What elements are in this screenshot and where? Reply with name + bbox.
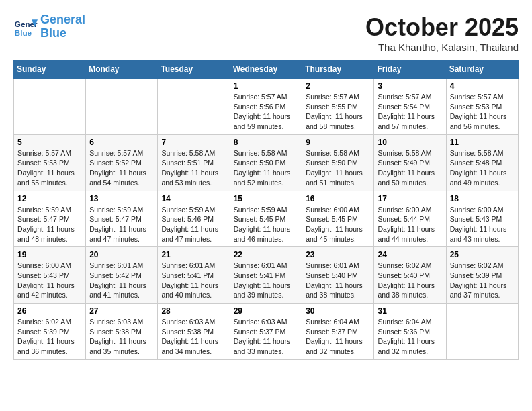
day-number: 21	[161, 250, 226, 259]
title-block: October 2025 Tha Khantho, Kalasin, Thail…	[365, 13, 519, 53]
day-number: 19	[17, 250, 82, 259]
day-number: 30	[306, 306, 370, 316]
day-info: Sunrise: 6:03 AM Sunset: 5:38 PM Dayligh…	[89, 317, 154, 357]
weekday-header-row: SundayMondayTuesdayWednesdayThursdayFrid…	[14, 60, 519, 79]
calendar-day-cell: 20Sunrise: 6:01 AM Sunset: 5:42 PM Dayli…	[86, 247, 158, 304]
calendar-day-cell: 8Sunrise: 5:58 AM Sunset: 5:50 PM Daylig…	[230, 134, 302, 191]
day-number: 27	[89, 306, 154, 316]
day-info: Sunrise: 5:57 AM Sunset: 5:52 PM Dayligh…	[89, 148, 154, 188]
day-number: 1	[234, 81, 299, 91]
calendar-day-cell	[158, 79, 230, 135]
calendar-day-cell: 7Sunrise: 5:58 AM Sunset: 5:51 PM Daylig…	[158, 134, 230, 191]
calendar-day-cell: 18Sunrise: 6:00 AM Sunset: 5:43 PM Dayli…	[446, 191, 518, 247]
calendar-day-cell: 24Sunrise: 6:02 AM Sunset: 5:40 PM Dayli…	[374, 247, 446, 304]
calendar-body: 1Sunrise: 5:57 AM Sunset: 5:56 PM Daylig…	[14, 79, 519, 360]
day-info: Sunrise: 5:57 AM Sunset: 5:55 PM Dayligh…	[306, 92, 370, 132]
logo-text: GeneralBlue	[40, 13, 85, 40]
day-number: 31	[378, 306, 442, 316]
day-info: Sunrise: 5:59 AM Sunset: 5:45 PM Dayligh…	[234, 205, 299, 244]
day-info: Sunrise: 5:59 AM Sunset: 5:47 PM Dayligh…	[89, 205, 154, 244]
calendar-week-row: 5Sunrise: 5:57 AM Sunset: 5:53 PM Daylig…	[14, 134, 519, 191]
calendar-day-cell: 23Sunrise: 6:01 AM Sunset: 5:40 PM Dayli…	[302, 247, 374, 304]
day-number: 12	[17, 194, 82, 203]
calendar-week-row: 1Sunrise: 5:57 AM Sunset: 5:56 PM Daylig…	[14, 79, 519, 135]
day-info: Sunrise: 6:02 AM Sunset: 5:39 PM Dayligh…	[17, 317, 82, 357]
day-number: 8	[234, 138, 299, 147]
calendar-day-cell: 4Sunrise: 5:57 AM Sunset: 5:53 PM Daylig…	[446, 79, 518, 135]
day-number: 4	[450, 81, 515, 91]
day-number: 11	[450, 138, 515, 147]
day-info: Sunrise: 6:00 AM Sunset: 5:43 PM Dayligh…	[450, 205, 515, 244]
calendar-day-cell: 22Sunrise: 6:01 AM Sunset: 5:41 PM Dayli…	[230, 247, 302, 304]
day-number: 22	[234, 250, 299, 259]
calendar-day-cell: 25Sunrise: 6:02 AM Sunset: 5:39 PM Dayli…	[446, 247, 518, 304]
month-title: October 2025	[365, 13, 519, 42]
day-number: 25	[450, 250, 515, 259]
calendar-day-cell: 30Sunrise: 6:04 AM Sunset: 5:37 PM Dayli…	[302, 304, 374, 360]
day-number: 15	[234, 194, 299, 203]
calendar-day-cell: 6Sunrise: 5:57 AM Sunset: 5:52 PM Daylig…	[86, 134, 158, 191]
location-title: Tha Khantho, Kalasin, Thailand	[365, 42, 519, 53]
day-number: 28	[161, 306, 226, 316]
day-number: 9	[306, 138, 370, 147]
calendar-day-cell: 12Sunrise: 5:59 AM Sunset: 5:47 PM Dayli…	[14, 191, 86, 247]
day-info: Sunrise: 6:03 AM Sunset: 5:38 PM Dayligh…	[161, 317, 226, 357]
calendar-day-cell: 16Sunrise: 6:00 AM Sunset: 5:45 PM Dayli…	[302, 191, 374, 247]
day-info: Sunrise: 5:59 AM Sunset: 5:46 PM Dayligh…	[161, 205, 226, 244]
day-number: 5	[17, 138, 82, 147]
day-info: Sunrise: 6:01 AM Sunset: 5:41 PM Dayligh…	[234, 261, 299, 300]
weekday-header-cell: Friday	[374, 60, 446, 79]
day-number: 20	[89, 250, 154, 259]
calendar-day-cell: 5Sunrise: 5:57 AM Sunset: 5:53 PM Daylig…	[14, 134, 86, 191]
day-info: Sunrise: 5:58 AM Sunset: 5:50 PM Dayligh…	[306, 148, 370, 188]
calendar-day-cell: 31Sunrise: 6:04 AM Sunset: 5:36 PM Dayli…	[374, 304, 446, 360]
day-number: 3	[378, 81, 442, 91]
calendar-day-cell: 19Sunrise: 6:00 AM Sunset: 5:43 PM Dayli…	[14, 247, 86, 304]
calendar-day-cell: 10Sunrise: 5:58 AM Sunset: 5:49 PM Dayli…	[374, 134, 446, 191]
day-info: Sunrise: 5:57 AM Sunset: 5:54 PM Dayligh…	[378, 92, 442, 132]
calendar-day-cell	[446, 304, 518, 360]
day-info: Sunrise: 5:58 AM Sunset: 5:50 PM Dayligh…	[234, 148, 299, 188]
day-number: 18	[450, 194, 515, 203]
calendar-day-cell: 1Sunrise: 5:57 AM Sunset: 5:56 PM Daylig…	[230, 79, 302, 135]
day-number: 29	[234, 306, 299, 316]
calendar-day-cell: 26Sunrise: 6:02 AM Sunset: 5:39 PM Dayli…	[14, 304, 86, 360]
svg-text:Blue: Blue	[15, 28, 32, 36]
day-info: Sunrise: 5:58 AM Sunset: 5:49 PM Dayligh…	[378, 148, 442, 188]
day-number: 24	[378, 250, 442, 259]
day-number: 14	[161, 194, 226, 203]
logo: General Blue GeneralBlue	[13, 13, 85, 40]
day-info: Sunrise: 6:00 AM Sunset: 5:44 PM Dayligh…	[378, 205, 442, 244]
calendar-day-cell: 13Sunrise: 5:59 AM Sunset: 5:47 PM Dayli…	[86, 191, 158, 247]
calendar-day-cell: 14Sunrise: 5:59 AM Sunset: 5:46 PM Dayli…	[158, 191, 230, 247]
calendar-week-row: 26Sunrise: 6:02 AM Sunset: 5:39 PM Dayli…	[14, 304, 519, 360]
day-info: Sunrise: 6:04 AM Sunset: 5:37 PM Dayligh…	[306, 317, 370, 357]
day-info: Sunrise: 6:01 AM Sunset: 5:42 PM Dayligh…	[89, 261, 154, 300]
day-info: Sunrise: 5:58 AM Sunset: 5:48 PM Dayligh…	[450, 148, 515, 188]
page-header: General Blue GeneralBlue October 2025 Th…	[13, 13, 519, 53]
day-number: 16	[306, 194, 370, 203]
day-number: 26	[17, 306, 82, 316]
day-number: 2	[306, 81, 370, 91]
calendar-table: SundayMondayTuesdayWednesdayThursdayFrid…	[13, 60, 519, 360]
calendar-day-cell: 2Sunrise: 5:57 AM Sunset: 5:55 PM Daylig…	[302, 79, 374, 135]
calendar-week-row: 12Sunrise: 5:59 AM Sunset: 5:47 PM Dayli…	[14, 191, 519, 247]
logo-icon: General Blue	[13, 15, 38, 39]
calendar-day-cell: 27Sunrise: 6:03 AM Sunset: 5:38 PM Dayli…	[86, 304, 158, 360]
day-number: 17	[378, 194, 442, 203]
weekday-header-cell: Thursday	[302, 60, 374, 79]
day-info: Sunrise: 5:59 AM Sunset: 5:47 PM Dayligh…	[17, 205, 82, 244]
day-info: Sunrise: 5:57 AM Sunset: 5:53 PM Dayligh…	[17, 148, 82, 188]
day-info: Sunrise: 5:57 AM Sunset: 5:53 PM Dayligh…	[450, 92, 515, 132]
calendar-day-cell	[86, 79, 158, 135]
day-info: Sunrise: 6:02 AM Sunset: 5:40 PM Dayligh…	[378, 261, 442, 300]
calendar-day-cell: 17Sunrise: 6:00 AM Sunset: 5:44 PM Dayli…	[374, 191, 446, 247]
day-info: Sunrise: 6:00 AM Sunset: 5:45 PM Dayligh…	[306, 205, 370, 244]
weekday-header-cell: Wednesday	[230, 60, 302, 79]
day-info: Sunrise: 6:03 AM Sunset: 5:37 PM Dayligh…	[234, 317, 299, 357]
day-info: Sunrise: 6:01 AM Sunset: 5:41 PM Dayligh…	[161, 261, 226, 300]
weekday-header-cell: Sunday	[14, 60, 86, 79]
calendar-week-row: 19Sunrise: 6:00 AM Sunset: 5:43 PM Dayli…	[14, 247, 519, 304]
day-info: Sunrise: 6:00 AM Sunset: 5:43 PM Dayligh…	[17, 261, 82, 300]
weekday-header-cell: Monday	[86, 60, 158, 79]
